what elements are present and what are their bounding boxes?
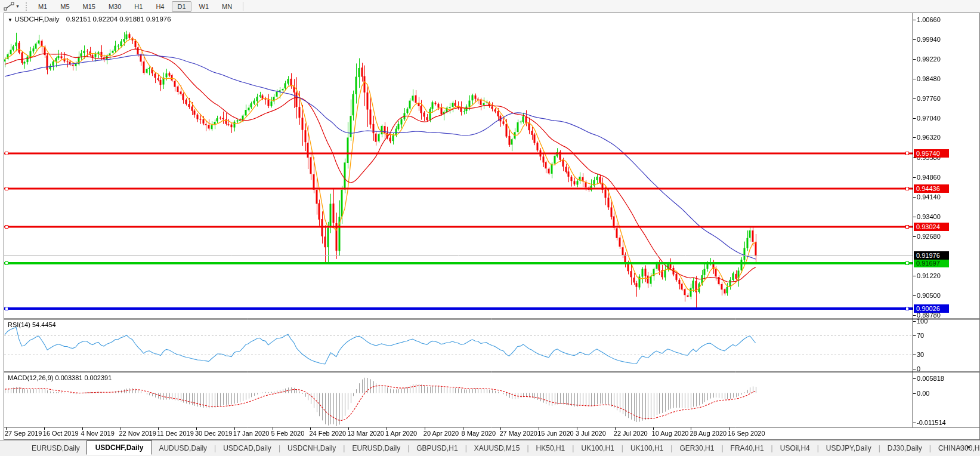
tab-divider: |	[407, 444, 409, 452]
tab-divider: |	[572, 444, 574, 452]
timeframe-button-m15[interactable]: M15	[78, 1, 101, 12]
timeframe-button-h1[interactable]: H1	[129, 1, 148, 12]
chart-tab-ger30-h1[interactable]: GER30,H1	[673, 442, 721, 454]
chart-tab-eurusd-daily[interactable]: EURUSD,Daily	[345, 442, 407, 454]
timeframe-toolbar: ▼ M1M5M15M30H1H4D1W1MN	[0, 0, 980, 13]
timeframe-button-mn[interactable]: MN	[217, 1, 237, 12]
timeframe-buttons-group: M1M5M15M30H1H4D1W1MN	[32, 3, 239, 10]
tab-divider: |	[279, 444, 280, 452]
chart-tab-hk50-h1[interactable]: HK50,H1	[530, 442, 572, 454]
trendline-tool-icon[interactable]	[2, 2, 16, 11]
tab-divider: |	[622, 444, 623, 452]
timeframe-button-m5[interactable]: M5	[55, 1, 75, 12]
chart-canvas[interactable]	[0, 13, 980, 440]
timeframe-button-d1[interactable]: D1	[172, 1, 191, 12]
chart-tab-usdcnh-daily[interactable]: USDCNH,Daily	[281, 442, 342, 454]
chart-tab-dj30-daily[interactable]: DJ30,Daily	[881, 442, 929, 454]
tab-scroll-arrows: ◂▸	[958, 443, 976, 451]
chart-window: ▼ USDCHF,Daily 0.92151 0.92204 0.91881 0…	[0, 13, 980, 440]
timeframe-button-h4[interactable]: H4	[150, 1, 169, 12]
chart-tab-gbpusd-h1[interactable]: GBPUSD,H1	[410, 442, 464, 454]
timeframe-button-w1[interactable]: W1	[194, 1, 215, 12]
trading-app-window: ▼ M1M5M15M30H1H4D1W1MN ▼ USDCHF,Daily 0.…	[0, 0, 980, 456]
tab-divider: |	[929, 444, 931, 452]
chart-tab-eurusd-daily[interactable]: EURUSD,Daily	[25, 442, 86, 454]
chart-tab-usdjpy-daily[interactable]: USDJPY,Daily	[820, 442, 878, 454]
chart-tab-xauusd-m15[interactable]: XAUUSD,M15	[468, 442, 527, 454]
tab-divider: |	[465, 444, 467, 452]
chart-tab-usoil-h4[interactable]: USOil,H4	[774, 442, 817, 454]
chart-tab-usdchf-daily[interactable]: USDCHF,Daily	[86, 440, 153, 455]
timeframe-button-m30[interactable]: M30	[103, 1, 126, 12]
toolbar-separator	[243, 2, 243, 11]
toolbar-grip-handle[interactable]	[26, 2, 27, 11]
tab-divider: |	[879, 444, 880, 452]
tab-divider: |	[527, 444, 528, 452]
tab-scroll-right-icon[interactable]: ▸	[967, 443, 976, 450]
timeframe-button-m1[interactable]: M1	[33, 1, 52, 12]
tab-divider: |	[721, 444, 723, 452]
chart-tab-usdcad-daily[interactable]: USDCAD,Daily	[217, 442, 278, 454]
tab-divider: |	[343, 444, 345, 452]
tab-divider: |	[817, 444, 819, 452]
tab-divider: |	[214, 444, 216, 452]
tab-divider: |	[771, 444, 773, 452]
symbol-tab-bar: EURUSD,DailyUSDCHF,DailyAUDUSD,Daily|USD…	[0, 440, 980, 456]
tool-dropdown-caret-icon[interactable]: ▼	[16, 4, 20, 8]
chart-tab-audusd-daily[interactable]: AUDUSD,Daily	[152, 442, 214, 454]
tab-divider: |	[670, 444, 672, 452]
tab-scroll-left-icon[interactable]: ◂	[958, 443, 967, 450]
chart-tab-uk100-h1[interactable]: UK100,H1	[574, 442, 620, 454]
chart-tab-fra40-h1[interactable]: FRA40,H1	[724, 442, 771, 454]
chart-tab-uk100-h1[interactable]: UK100,H1	[624, 442, 670, 454]
